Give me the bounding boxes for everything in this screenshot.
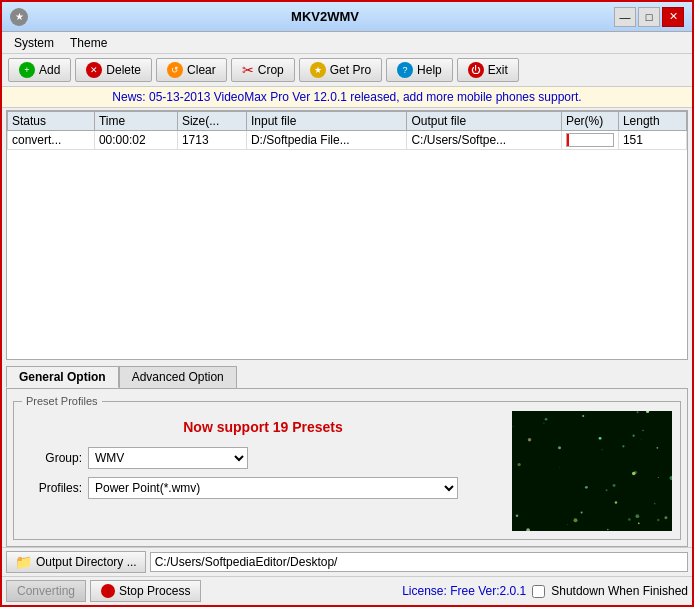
preset-inner: Now support 19 Presets Group: WMV AVI MP… bbox=[22, 411, 672, 531]
tab-advanced[interactable]: Advanced Option bbox=[119, 366, 237, 388]
file-table-container: Status Time Size(... Input file Output f… bbox=[6, 110, 688, 360]
stop-icon bbox=[101, 584, 115, 598]
news-bar: News: 05-13-2013 VideoMax Pro Ver 12.0.1… bbox=[2, 87, 692, 108]
tab-general[interactable]: General Option bbox=[6, 366, 119, 388]
cell-size: 1713 bbox=[177, 131, 246, 150]
tab-content: Preset Profiles Now support 19 Presets G… bbox=[6, 388, 688, 547]
delete-button[interactable]: ✕ Delete bbox=[75, 58, 152, 82]
support-text: Now support 19 Presets bbox=[22, 411, 504, 447]
add-icon: + bbox=[19, 62, 35, 78]
cell-time: 00:00:02 bbox=[94, 131, 177, 150]
output-path-input[interactable] bbox=[150, 552, 688, 572]
group-row: Group: WMV AVI MP4 MOV FLV bbox=[22, 447, 504, 469]
minimize-button[interactable]: — bbox=[614, 7, 636, 27]
profiles-label: Profiles: bbox=[22, 481, 82, 495]
group-select[interactable]: WMV AVI MP4 MOV FLV bbox=[88, 447, 248, 469]
table-row[interactable]: convert... 00:00:02 1713 D:/Softpedia Fi… bbox=[8, 131, 687, 150]
menu-bar: System Theme bbox=[2, 32, 692, 54]
bottom-bar: Converting Stop Process License: Free Ve… bbox=[2, 576, 692, 605]
close-button[interactable]: ✕ bbox=[662, 7, 684, 27]
exit-icon: ⏻ bbox=[468, 62, 484, 78]
delete-icon: ✕ bbox=[86, 62, 102, 78]
progress-bar-inner bbox=[567, 134, 569, 146]
getpro-button[interactable]: ★ Get Pro bbox=[299, 58, 382, 82]
profiles-row: Profiles: Power Point(*.wmv) HD 720p(*.w… bbox=[22, 477, 504, 499]
clear-button[interactable]: ↺ Clear bbox=[156, 58, 227, 82]
title-bar: ★ MKV2WMV — □ ✕ bbox=[2, 2, 692, 32]
add-button[interactable]: + Add bbox=[8, 58, 71, 82]
stop-button[interactable]: Stop Process bbox=[90, 580, 201, 602]
getpro-icon: ★ bbox=[310, 62, 326, 78]
clear-icon: ↺ bbox=[167, 62, 183, 78]
license-text: License: Free Ver:2.0.1 bbox=[402, 584, 526, 598]
output-directory-button[interactable]: 📁 Output Directory ... bbox=[6, 551, 146, 573]
toolbar: + Add ✕ Delete ↺ Clear ✂ Crop ★ Get Pro … bbox=[2, 54, 692, 87]
col-output: Output file bbox=[407, 112, 561, 131]
main-window: ★ MKV2WMV — □ ✕ System Theme + Add ✕ Del… bbox=[0, 0, 694, 607]
crop-button[interactable]: ✂ Crop bbox=[231, 58, 295, 82]
window-title: MKV2WMV bbox=[36, 9, 614, 24]
group-label: Group: bbox=[22, 451, 82, 465]
status-right: License: Free Ver:2.0.1 Shutdown When Fi… bbox=[205, 584, 688, 598]
cell-percent bbox=[561, 131, 618, 150]
app-icon: ★ bbox=[10, 8, 28, 26]
window-controls: — □ ✕ bbox=[614, 7, 684, 27]
file-table: Status Time Size(... Input file Output f… bbox=[7, 111, 687, 150]
help-button[interactable]: ? Help bbox=[386, 58, 453, 82]
col-length: Length bbox=[618, 112, 686, 131]
col-input: Input file bbox=[246, 112, 406, 131]
news-text: News: 05-13-2013 VideoMax Pro Ver 12.0.1… bbox=[112, 90, 581, 104]
tabs-row: General Option Advanced Option bbox=[2, 362, 692, 388]
profiles-select[interactable]: Power Point(*.wmv) HD 720p(*.wmv) HD 108… bbox=[88, 477, 458, 499]
col-time: Time bbox=[94, 112, 177, 131]
exit-button[interactable]: ⏻ Exit bbox=[457, 58, 519, 82]
cell-status: convert... bbox=[8, 131, 95, 150]
shutdown-checkbox[interactable] bbox=[532, 585, 545, 598]
help-icon: ? bbox=[397, 62, 413, 78]
crop-icon: ✂ bbox=[242, 62, 254, 78]
preset-profiles-group: Preset Profiles Now support 19 Presets G… bbox=[13, 395, 681, 540]
menu-theme[interactable]: Theme bbox=[62, 34, 115, 52]
preview-panel bbox=[512, 411, 672, 531]
maximize-button[interactable]: □ bbox=[638, 7, 660, 27]
col-percent: Per(%) bbox=[561, 112, 618, 131]
preset-profiles-legend: Preset Profiles bbox=[22, 395, 102, 407]
folder-icon: 📁 bbox=[15, 554, 32, 570]
cell-input: D:/Softpedia File... bbox=[246, 131, 406, 150]
preview-canvas bbox=[512, 411, 672, 531]
table-scroll-area[interactable]: Status Time Size(... Input file Output f… bbox=[7, 111, 687, 359]
cell-output: C:/Users/Softpe... bbox=[407, 131, 561, 150]
preset-left: Now support 19 Presets Group: WMV AVI MP… bbox=[22, 411, 504, 531]
output-bar: 📁 Output Directory ... bbox=[2, 547, 692, 576]
col-size: Size(... bbox=[177, 112, 246, 131]
converting-button: Converting bbox=[6, 580, 86, 602]
col-status: Status bbox=[8, 112, 95, 131]
progress-bar-outer bbox=[566, 133, 614, 147]
shutdown-label: Shutdown When Finished bbox=[551, 584, 688, 598]
menu-system[interactable]: System bbox=[6, 34, 62, 52]
cell-length: 151 bbox=[618, 131, 686, 150]
